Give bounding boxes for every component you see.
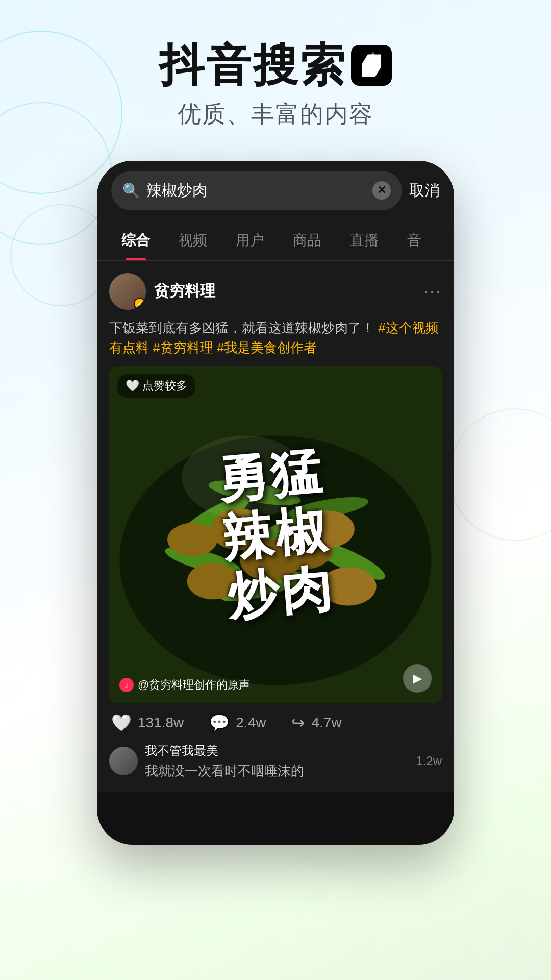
tab-bar: 综合 视频 用户 商品 直播 音: [97, 220, 454, 261]
tab-product[interactable]: 商品: [279, 220, 336, 260]
search-query: 辣椒炒肉: [146, 180, 366, 201]
commenter-name: 我不管我最美: [145, 743, 304, 759]
audio-label: @贫穷料理创作的原声: [138, 677, 250, 693]
post-description: 下饭菜到底有多凶猛，就看这道辣椒炒肉了！ #这个视频有点料 #贫穷料理 #我是美…: [109, 318, 442, 358]
search-clear-button[interactable]: ✕: [372, 181, 391, 200]
post-stats: 🤍 131.8w 💬 2.4w ↪ 4.7w: [109, 713, 442, 732]
verified-badge-icon: ✓: [134, 298, 146, 310]
play-button[interactable]: ▶: [403, 664, 432, 693]
phone-mockup: 🔍 辣椒炒肉 ✕ 取消 综合 视频 用户 商品 直播 音: [0, 161, 551, 845]
search-results: ✓ 贫穷料理 ··· 下饭菜到底有多凶猛，就看这道辣椒炒肉了！ #这个视频有点料…: [97, 261, 454, 792]
tab-comprehensive[interactable]: 综合: [107, 220, 164, 260]
search-cancel-button[interactable]: 取消: [409, 180, 440, 201]
tab-video[interactable]: 视频: [164, 220, 221, 260]
search-icon: 🔍: [122, 182, 140, 199]
video-title-text: 勇猛辣椒炒肉: [215, 442, 336, 627]
likes-count: 131.8w: [138, 715, 184, 731]
tiktok-audio-icon: ♪: [119, 678, 134, 692]
comment-count: 1.2w: [416, 754, 442, 768]
search-input-area[interactable]: 🔍 辣椒炒肉 ✕: [111, 171, 402, 210]
header: 抖音搜索 优质、丰富的内容: [0, 0, 551, 151]
comment-body: 我不管我最美 我就没一次看时不咽唾沫的: [145, 743, 304, 780]
audio-info[interactable]: ♪ @贫穷料理创作的原声: [119, 677, 250, 693]
comments-stat[interactable]: 💬 2.4w: [209, 713, 266, 732]
heart-icon: 🤍: [126, 379, 139, 393]
phone-screen: 🔍 辣椒炒肉 ✕ 取消 综合 视频 用户 商品 直播 音: [97, 161, 454, 845]
likes-badge: 🤍 点赞较多: [117, 374, 195, 398]
header-subtitle: 优质、丰富的内容: [0, 99, 551, 130]
comment-stat-icon: 💬: [209, 713, 230, 732]
comment-text: 我就没一次看时不咽唾沫的: [145, 762, 304, 780]
likes-badge-text: 点赞较多: [142, 378, 187, 394]
comment-preview[interactable]: 我不管我最美 我就没一次看时不咽唾沫的 1.2w: [109, 743, 442, 780]
post-user-card: ✓ 贫穷料理 ···: [109, 273, 442, 310]
share-stat-icon: ↪: [291, 713, 305, 732]
username[interactable]: 贫穷料理: [154, 281, 215, 302]
tiktok-logo-icon: [351, 45, 392, 86]
app-title-text: 抖音搜索: [159, 41, 347, 90]
comments-count: 2.4w: [236, 715, 266, 731]
tab-user[interactable]: 用户: [221, 220, 279, 260]
commenter-avatar: [109, 747, 138, 775]
likes-stat[interactable]: 🤍 131.8w: [111, 713, 184, 732]
post-main-text: 下饭菜到底有多凶猛，就看这道辣椒炒肉了！: [109, 320, 374, 335]
shares-stat[interactable]: ↪ 4.7w: [291, 713, 341, 732]
more-options-button[interactable]: ···: [423, 281, 442, 302]
user-avatar[interactable]: ✓: [109, 273, 146, 310]
tab-audio[interactable]: 音: [393, 220, 436, 260]
search-bar: 🔍 辣椒炒肉 ✕ 取消: [97, 161, 454, 220]
tab-live[interactable]: 直播: [336, 220, 393, 260]
video-text-overlay: 勇猛辣椒炒肉: [109, 366, 442, 703]
video-thumbnail[interactable]: 勇猛辣椒炒肉 🤍 点赞较多 ♪ @贫穷料理创作的原声 ▶: [109, 366, 442, 703]
app-title: 抖音搜索: [0, 41, 551, 90]
shares-count: 4.7w: [311, 715, 341, 731]
heart-stat-icon: 🤍: [111, 713, 132, 732]
